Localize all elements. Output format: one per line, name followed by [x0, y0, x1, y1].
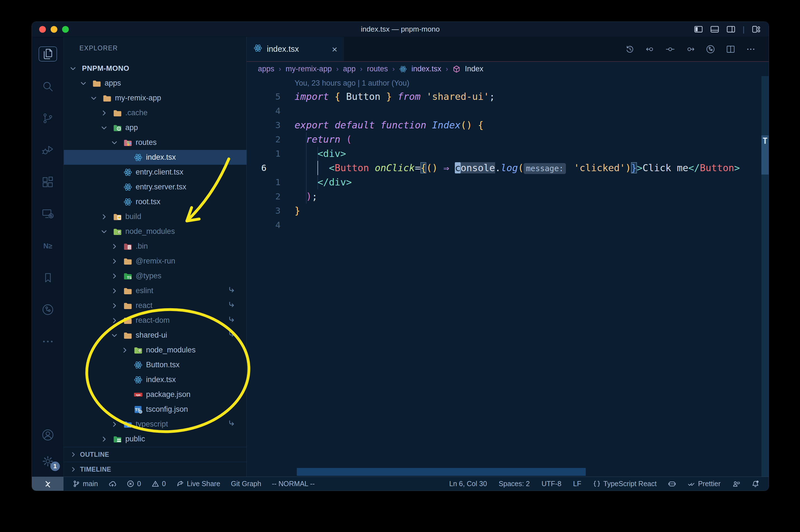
chevron-down-icon[interactable]	[69, 65, 82, 72]
chevron-right-icon[interactable]	[111, 421, 123, 428]
tree-item-routes[interactable]: routes	[64, 135, 246, 150]
chevron-down-icon[interactable]	[100, 228, 113, 235]
tree-item-tsconfig.json[interactable]: TStsconfig.json	[64, 402, 246, 417]
activity-item-run-and-debug[interactable]	[39, 143, 57, 157]
code-line-current[interactable]: 6 <Button onClick={() ⇒ console.log(mess…	[247, 161, 761, 175]
tree-item-pnpm-mono[interactable]: PNPM-MONO	[64, 61, 246, 76]
layout-customize-icon[interactable]	[752, 25, 761, 34]
compare-icon[interactable]	[665, 44, 675, 54]
activity-item-accounts[interactable]	[39, 428, 57, 442]
tree-item-package.json[interactable]: npmpackage.json	[64, 387, 246, 402]
activity-item-more-views[interactable]	[39, 335, 57, 348]
chevron-down-icon[interactable]	[111, 332, 123, 339]
layout-panel-icon[interactable]	[710, 25, 719, 34]
history-icon[interactable]	[625, 44, 635, 54]
code-line[interactable]: 2 );	[247, 189, 761, 204]
status-item-prettier[interactable]: Prettier	[688, 480, 721, 488]
chevron-down-icon[interactable]	[80, 80, 92, 87]
tree-item-shared-ui[interactable]: shared-ui	[64, 328, 246, 343]
tree-item-my-remix-app[interactable]: my-remix-app	[64, 91, 246, 106]
status-item-ln-6-col-30[interactable]: Ln 6, Col 30	[449, 480, 487, 488]
chevron-right-icon[interactable]	[111, 272, 123, 280]
chevron-down-icon[interactable]	[100, 124, 113, 131]
chevron-right-icon[interactable]	[111, 287, 123, 294]
chevron-right-icon[interactable]	[111, 258, 123, 265]
status-item-0[interactable]: 0	[152, 480, 166, 488]
tree-item-react-dom[interactable]: react-dom	[64, 313, 246, 328]
tree-item-button.tsx[interactable]: Button.tsx	[64, 358, 246, 372]
activity-item-nx-console[interactable]: N≥	[39, 239, 57, 253]
split-editor-icon[interactable]	[726, 44, 736, 54]
remote-indicator-button[interactable]	[32, 477, 63, 491]
breadcrumb-item[interactable]: routes	[367, 64, 388, 73]
activity-item-explorer[interactable]	[39, 46, 57, 61]
breadcrumb-item[interactable]: index.tsx	[412, 64, 441, 73]
next-change-icon[interactable]	[685, 44, 696, 54]
close-tab-icon[interactable]: ×	[332, 44, 337, 54]
status-item-bell-icon[interactable]	[751, 480, 759, 488]
tree-item-node_modules[interactable]: JSnode_modules	[64, 224, 246, 239]
code-line[interactable]: 4	[247, 104, 761, 118]
chevron-right-icon[interactable]	[100, 109, 113, 117]
activity-item-search[interactable]	[39, 79, 57, 93]
activity-item-source-control[interactable]	[39, 111, 57, 125]
prev-change-icon[interactable]	[645, 44, 655, 54]
activity-item-extensions[interactable]	[39, 175, 57, 189]
status-item-cloud-upload-icon[interactable]	[109, 480, 116, 488]
breadcrumb-item[interactable]: my-remix-app	[286, 64, 332, 73]
tree-item-eslint[interactable]: eslint	[64, 283, 246, 298]
tree-item-@types[interactable]: TS@types	[64, 268, 246, 283]
tree-item-root.tsx[interactable]: root.tsx	[64, 194, 246, 209]
chevron-right-icon[interactable]	[100, 213, 113, 221]
section-timeline[interactable]: TIMELINE	[64, 462, 246, 477]
status-item-spaces-2[interactable]: Spaces: 2	[499, 480, 530, 488]
chevron-right-icon[interactable]	[111, 317, 123, 324]
status-item-main[interactable]: main	[73, 480, 98, 488]
status-item--normal-[interactable]: -- NORMAL --	[272, 480, 315, 488]
code-line[interactable]: 2 return (	[247, 132, 761, 147]
code-line[interactable]: 1 <div>	[247, 147, 761, 161]
gitlens-icon[interactable]	[705, 44, 716, 54]
activity-item-gitlens[interactable]	[39, 303, 57, 317]
status-item-lf[interactable]: LF	[573, 480, 581, 488]
tree-item-apps[interactable]: apps	[64, 76, 246, 91]
tab-index-tsx[interactable]: index.tsx ×	[247, 37, 344, 61]
section-outline[interactable]: OUTLINE	[64, 447, 246, 462]
chevron-right-icon[interactable]	[111, 302, 123, 309]
tree-item-react[interactable]: react	[64, 298, 246, 313]
tree-item-public[interactable]: public	[64, 432, 246, 446]
code-line[interactable]: 5import { Button } from 'shared-ui';	[247, 90, 761, 104]
activity-item-bookmarks[interactable]	[39, 271, 57, 285]
editor-scrollbar-horizontal[interactable]	[297, 468, 586, 476]
chevron-right-icon[interactable]	[111, 243, 123, 250]
chevron-right-icon[interactable]	[100, 436, 113, 443]
status-item-git-graph[interactable]: Git Graph	[231, 480, 261, 488]
code-line[interactable]: 3export default function Index() {	[247, 118, 761, 132]
code-line[interactable]: 1 </div>	[247, 175, 761, 189]
tree-item-app[interactable]: app	[64, 120, 246, 135]
editor-scrollbar-vertical[interactable]: T	[761, 76, 769, 477]
tree-item-node_modules[interactable]: JSnode_modules	[64, 343, 246, 358]
breadcrumb-item[interactable]: Index	[465, 64, 483, 73]
activity-item-remote-explorer[interactable]	[39, 207, 57, 221]
status-item-robot-icon[interactable]	[668, 480, 676, 488]
status-item-utf-8[interactable]: UTF-8	[541, 480, 561, 488]
tree-item-typescript[interactable]: TStypescript	[64, 417, 246, 432]
chevron-right-icon[interactable]	[121, 346, 134, 354]
tree-item-index.tsx[interactable]: index.tsx	[64, 372, 246, 387]
code-area[interactable]: You, 23 hours ago | 1 author (You) 5impo…	[247, 76, 769, 477]
tree-item-entry.client.tsx[interactable]: entry.client.tsx	[64, 165, 246, 179]
scrollbar-thumb[interactable]: T	[761, 135, 769, 174]
code-line[interactable]: 3}	[247, 204, 761, 218]
status-item-typescript-react[interactable]: TypeScript React	[593, 480, 656, 488]
status-item-live-share[interactable]: Live Share	[176, 480, 221, 488]
code-line[interactable]: 4	[247, 218, 761, 232]
more-icon[interactable]	[746, 44, 756, 54]
chevron-down-icon[interactable]	[90, 95, 103, 102]
tree-item-index.tsx[interactable]: index.tsx	[64, 150, 246, 165]
tree-item-@remix-run[interactable]: @remix-run	[64, 254, 246, 268]
layout-sidebar-left-icon[interactable]	[694, 25, 703, 34]
chevron-down-icon[interactable]	[111, 139, 123, 146]
tree-item-.cache[interactable]: .cache	[64, 106, 246, 120]
status-item-0[interactable]: 0	[127, 480, 141, 488]
